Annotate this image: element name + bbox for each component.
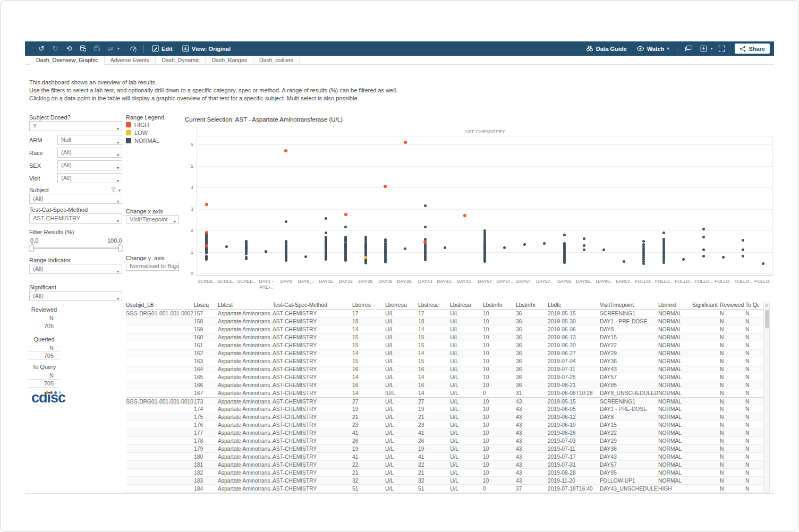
data-point[interactable] [384,238,387,241]
data-point[interactable] [444,246,446,249]
data-point[interactable] [583,248,585,251]
range-indicator-dropdown[interactable]: (All)▾ [29,264,122,274]
race-dropdown[interactable]: (All)▾ [57,148,122,158]
column-header-significant[interactable]: Significant [692,301,720,309]
column-header-reviewed[interactable]: Reviewed [720,301,745,309]
table-row[interactable]: 177Aspartate Aminotrans..AST-CHEMISTRY41… [126,429,763,437]
data-point[interactable] [424,204,427,207]
table-row[interactable]: 174Aspartate Aminotrans..AST-CHEMISTRY19… [126,405,763,413]
data-point[interactable] [424,238,427,241]
revert-icon[interactable]: ⟲ [62,45,76,53]
column-header-lborres[interactable]: Lborres [352,301,385,309]
table-row[interactable]: 176Aspartate Aminotrans..AST-CHEMISTRY23… [126,421,763,429]
table-row[interactable]: 167Aspartate Aminotrans..AST-CHEMISTRY14… [126,389,763,397]
table-row[interactable]: 159Aspartate Aminotrans..AST-CHEMISTRY14… [126,325,763,333]
data-point[interactable] [325,231,327,234]
data-point[interactable] [682,258,685,261]
column-header-usubjid-lb[interactable]: Usubjid_LB [126,301,194,309]
swap-icon[interactable]: ⇄ [104,45,117,53]
data-point[interactable] [404,141,407,144]
arm-dropdown[interactable]: Null▾ [57,135,122,145]
tab-dash-overview-graphic[interactable]: Dash_Overview_Graphic [30,56,105,65]
subject-dropdown[interactable]: (All)▾ [29,194,122,204]
table-row[interactable]: 182Aspartate Aminotrans..AST-CHEMISTRY21… [126,469,763,477]
tab-dash-dynamic[interactable]: Dash_Dynamic [156,56,206,64]
column-header-lbseq[interactable]: Lbseq [194,301,218,309]
edit-button[interactable]: Edit [147,41,177,56]
table-row[interactable]: 165Aspartate Aminotrans..AST-CHEMISTRY14… [126,373,763,381]
stat-value[interactable]: 705 [29,352,59,360]
data-point[interactable] [325,236,327,238]
data-point[interactable] [285,240,287,243]
fullscreen-icon[interactable] [712,45,730,52]
column-header-visittimepoint[interactable]: VisitTimepoint [600,301,658,309]
watch-button[interactable]: Watch ▾ [632,41,674,56]
change-x-axis-dropdown[interactable]: Visit/Timepoint▾ [126,215,179,224]
table-row[interactable]: 179Aspartate Aminotrans..AST-CHEMISTRY19… [126,445,763,453]
data-point[interactable] [225,245,228,248]
table-row[interactable]: 181Aspartate Aminotrans..AST-CHEMISTRY22… [126,461,763,469]
data-point[interactable] [364,256,367,259]
pause-updates-icon[interactable] [90,45,104,52]
tab-dash-ranges[interactable]: Dash_Ranges [206,56,253,64]
table-row[interactable]: 175Aspartate Aminotrans..AST-CHEMISTRY21… [126,413,763,421]
tab-dash-outliers[interactable]: Dash_outliers [253,56,300,64]
column-header-lbstnrhi[interactable]: Lbstnrhi [516,301,548,309]
results-range-slider[interactable] [31,247,121,249]
column-header-lbnrind[interactable]: Lbnrind [658,301,692,309]
sex-dropdown[interactable]: (All)▾ [57,160,122,170]
data-point[interactable] [344,226,347,228]
data-point[interactable] [205,203,208,206]
data-point[interactable] [583,244,585,247]
data-alerts-icon[interactable] [126,45,140,53]
undo-icon[interactable]: ↺ [35,45,48,53]
subject-menu-caret-icon[interactable]: ▾ [118,188,121,193]
data-point[interactable] [702,248,705,251]
data-point[interactable] [503,246,506,249]
table-row[interactable]: 180Aspartate Aminotrans..AST-CHEMISTRY41… [126,453,763,461]
view-original-button[interactable]: View: Original [177,41,235,56]
data-point[interactable] [702,236,705,238]
table-row[interactable]: 160Aspartate Aminotrans..AST-CHEMISTRY15… [126,333,763,341]
column-header-to-query[interactable]: To Query [745,301,759,309]
column-header-lbstnrlo[interactable]: Lbstnrlo [483,301,516,309]
legend-item-high[interactable]: HIGH [126,122,149,128]
funnel-icon[interactable] [111,187,116,193]
data-point[interactable] [523,243,526,246]
scrollbar-thumb[interactable] [765,310,769,328]
table-row[interactable]: SGS-DRG01-001-001-0002157Aspartate Amino… [126,310,763,318]
data-point[interactable] [325,217,327,220]
legend-item-low[interactable]: LOW [126,130,148,136]
data-point[interactable] [702,255,705,258]
table-row[interactable]: 164Aspartate Aminotrans..AST-CHEMISTRY16… [126,365,763,373]
data-point[interactable] [642,243,645,246]
data-point[interactable] [344,213,347,216]
data-point[interactable] [642,240,645,243]
slider-handle-min[interactable] [29,244,33,252]
legend-item-normal[interactable]: NORMAL [126,138,159,144]
column-header-lbstresu[interactable]: Lbstresu [450,301,483,309]
data-point[interactable] [742,239,744,242]
data-point[interactable] [404,247,406,250]
data-point[interactable] [602,248,605,251]
data-point[interactable] [662,238,665,241]
tab-adverse-events[interactable]: Adverse Events [105,56,156,64]
table-row[interactable]: SGS-DRG01-001-001-0010173Aspartate Amino… [126,397,763,405]
test-cat-dropdown[interactable]: AST-CHEMISTRY▾ [29,213,122,224]
significant-dropdown[interactable]: (All)▾ [29,291,122,301]
data-point[interactable] [563,242,566,245]
data-point[interactable] [205,244,208,247]
data-point[interactable] [424,226,427,228]
data-point[interactable] [463,214,466,217]
column-header-lbdtc[interactable]: Lbdtc [548,301,600,309]
subject-dosed-dropdown[interactable]: Y▾ [29,121,122,131]
column-header-lbtest[interactable]: Lbtest [218,301,273,309]
comments-icon[interactable] [681,45,696,52]
data-point[interactable] [583,237,585,240]
refresh-data-icon[interactable] [76,45,90,52]
data-point[interactable] [205,231,208,234]
data-point[interactable] [284,149,287,152]
data-point[interactable] [543,242,546,245]
data-point[interactable] [662,231,665,234]
data-point[interactable] [722,256,725,259]
